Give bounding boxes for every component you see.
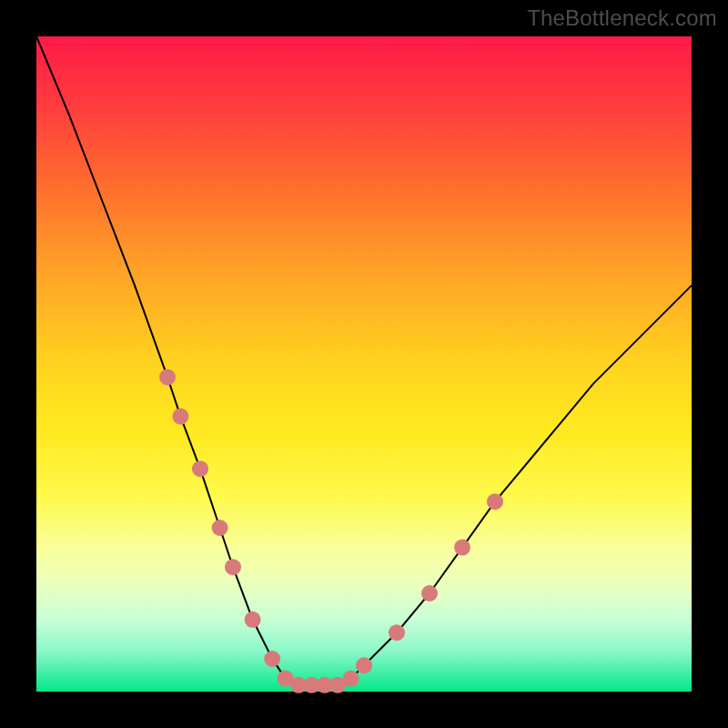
curve-bead xyxy=(159,369,176,385)
bottleneck-curve xyxy=(36,36,692,685)
curve-bead xyxy=(245,612,261,628)
curve-bead xyxy=(421,585,438,602)
curve-bead xyxy=(343,671,359,687)
curve-beads xyxy=(159,369,503,693)
curve-bead xyxy=(264,651,280,667)
watermark-text: TheBottleneck.com xyxy=(527,5,717,31)
curve-bead xyxy=(389,624,405,641)
curve-bead xyxy=(487,493,503,510)
curve-bead xyxy=(172,409,188,425)
curve-layer xyxy=(36,36,692,692)
curve-bead xyxy=(192,460,208,477)
curve-bead xyxy=(212,520,228,536)
curve-bead xyxy=(454,540,470,556)
chart-frame: TheBottleneck.com xyxy=(0,0,728,728)
curve-bead xyxy=(225,559,241,575)
curve-bead xyxy=(356,657,372,673)
gradient-plot-area xyxy=(36,36,692,692)
